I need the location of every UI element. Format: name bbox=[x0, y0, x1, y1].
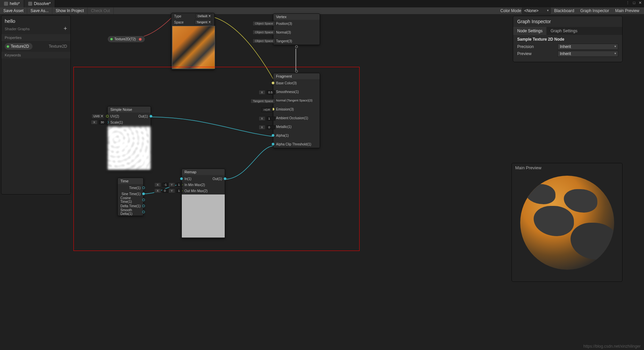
shader-icon bbox=[4, 2, 8, 6]
preview-dropdown[interactable]: Inherit bbox=[557, 51, 618, 57]
input-port[interactable] bbox=[106, 115, 109, 118]
check-out-button: Check Out bbox=[88, 7, 114, 14]
port-label: Smooth Delta(1) bbox=[120, 208, 141, 216]
port-label: In(1) bbox=[184, 177, 192, 181]
preview-sphere[interactable] bbox=[520, 176, 614, 270]
port-label: Time(1) bbox=[129, 186, 141, 190]
tab-graph-settings[interactable]: Graph Settings bbox=[546, 27, 581, 35]
port-label: UV(2) bbox=[110, 115, 119, 118]
save-asset-button[interactable]: Save Asset bbox=[0, 7, 27, 14]
exposed-dot-icon bbox=[7, 45, 9, 48]
port-label: Alpha Clip Threshold(1) bbox=[276, 142, 311, 146]
output-port[interactable] bbox=[142, 211, 145, 213]
watermark: https://blog.csdn.net/xinzhilinger bbox=[583, 344, 641, 349]
noise-preview bbox=[108, 127, 151, 170]
output-port[interactable] bbox=[142, 205, 145, 207]
main-preview-toggle[interactable]: Main Preview bbox=[612, 8, 642, 14]
port-label: Ambient Occlusion(1) bbox=[276, 116, 308, 120]
output-port[interactable] bbox=[142, 192, 145, 195]
preview-label: Preview bbox=[517, 51, 557, 56]
blackboard-toggle[interactable]: Blackboard bbox=[551, 8, 577, 14]
keywords-section: Keywords bbox=[1, 52, 70, 58]
field-label: Y bbox=[168, 182, 175, 187]
simple-noise-node[interactable]: Simple Noise UV(2)Out(1) UV0 Scale(1) X3… bbox=[107, 106, 151, 171]
graph-inspector-toggle[interactable]: Graph Inspector bbox=[578, 8, 612, 14]
texture-preview bbox=[172, 26, 215, 69]
node-label: Texture2D(T2) bbox=[114, 37, 136, 41]
precision-dropdown[interactable]: Inherit bbox=[557, 44, 618, 50]
show-in-project-button[interactable]: Show In Project bbox=[52, 7, 88, 14]
port-label: Base Color(3) bbox=[276, 81, 297, 85]
close-icon[interactable]: ✕ bbox=[638, 1, 643, 5]
input-port[interactable] bbox=[272, 134, 274, 137]
port-label: Cosine Time(1) bbox=[120, 196, 141, 204]
field-label: X bbox=[91, 120, 98, 125]
tab-hello[interactable]: hello* bbox=[0, 0, 24, 7]
remap-preview bbox=[182, 194, 225, 237]
node-header: Fragment bbox=[273, 73, 320, 79]
graph-canvas[interactable]: hello Shader Graphs+ Properties Texture2… bbox=[0, 14, 644, 350]
value-field[interactable]: 1 bbox=[176, 189, 182, 193]
color-mode-dropdown[interactable]: <None> bbox=[522, 8, 551, 14]
selected-node-title: Sample Texture 2D Node bbox=[517, 37, 618, 42]
input-port[interactable] bbox=[272, 143, 274, 145]
port-label: Normal (Tangent Space)(3) bbox=[276, 99, 313, 102]
vertex-master-node[interactable]: Vertex Position(3) Object Space Normal(3… bbox=[273, 13, 320, 45]
property-node-texture2d[interactable]: Texture2D(T2) bbox=[107, 36, 145, 43]
remap-node[interactable]: Remap In(1)Out(1) In Min Max(2) X-1Y1 Ou… bbox=[181, 169, 225, 238]
port-label: Alpha(1) bbox=[276, 134, 289, 137]
inspector-title: Graph Inspector bbox=[513, 16, 622, 27]
output-port[interactable] bbox=[224, 177, 226, 180]
node-header: Vertex bbox=[273, 14, 320, 20]
space-tag: Object Space bbox=[253, 39, 275, 43]
property-pill-texture2d[interactable]: Texture2D bbox=[5, 43, 33, 50]
tab-label: hello* bbox=[10, 1, 20, 6]
value-field[interactable]: 0 bbox=[162, 189, 168, 193]
main-preview-title: Main Preview bbox=[512, 163, 622, 172]
output-port[interactable] bbox=[142, 199, 145, 201]
port-label: Normal(3) bbox=[276, 31, 291, 34]
main-preview-panel[interactable]: Main Preview bbox=[512, 163, 623, 282]
space-dropdown[interactable]: Tangent bbox=[195, 20, 212, 25]
output-port[interactable] bbox=[139, 38, 142, 41]
space-tag: Tangent Space bbox=[251, 99, 275, 103]
properties-section: Properties bbox=[1, 34, 70, 41]
value-field[interactable]: 0.5 bbox=[267, 90, 275, 94]
sample-texture-node[interactable]: TypeDefault SpaceTangent bbox=[171, 13, 215, 70]
flow-port[interactable] bbox=[295, 45, 298, 48]
port-label: Smoothness(1) bbox=[276, 90, 299, 94]
space-label: Space bbox=[174, 20, 183, 24]
value-field[interactable]: 30 bbox=[99, 120, 108, 124]
fragment-master-node[interactable]: Fragment Base Color(3) Smoothness(1) X0.… bbox=[273, 73, 320, 148]
output-port[interactable] bbox=[150, 115, 152, 118]
tab-node-settings[interactable]: Node Settings bbox=[513, 27, 546, 35]
add-property-button[interactable]: + bbox=[63, 25, 67, 32]
menu-icon[interactable]: ⋮ bbox=[625, 1, 631, 5]
graph-inspector-panel[interactable]: Graph Inspector Node Settings Graph Sett… bbox=[513, 16, 623, 62]
output-port[interactable] bbox=[142, 186, 145, 189]
save-as-button[interactable]: Save As... bbox=[27, 7, 52, 14]
port-label: In Min Max(2) bbox=[184, 183, 205, 187]
value-field[interactable]: -1 bbox=[162, 183, 168, 187]
value-field[interactable]: 1 bbox=[176, 183, 182, 187]
maximize-icon[interactable]: □ bbox=[632, 1, 636, 5]
pill-label: Texture2D bbox=[11, 44, 29, 49]
input-port[interactable] bbox=[272, 82, 274, 84]
value-field[interactable]: 1 bbox=[267, 117, 275, 121]
node-header: Remap bbox=[182, 169, 225, 175]
type-dropdown[interactable]: Default bbox=[196, 14, 212, 18]
flow-port[interactable] bbox=[295, 70, 298, 73]
uv-dropdown[interactable]: UV0 bbox=[92, 114, 104, 119]
field-label: X bbox=[259, 116, 265, 121]
port-label: Sine Time(1) bbox=[121, 192, 141, 196]
input-port[interactable] bbox=[180, 177, 183, 180]
tab-dissolve[interactable]: Dissolve* bbox=[24, 0, 55, 7]
port-label: Scale(1) bbox=[110, 121, 123, 124]
exposed-dot-icon bbox=[110, 38, 113, 40]
blackboard-subtitle: Shader Graphs bbox=[5, 27, 30, 31]
time-node[interactable]: Time Time(1) Sine Time(1) Cosine Time(1)… bbox=[117, 178, 144, 216]
blackboard-panel[interactable]: hello Shader Graphs+ Properties Texture2… bbox=[1, 15, 71, 194]
port-label: Out(1) bbox=[213, 177, 222, 181]
port-label: Out(1) bbox=[139, 115, 148, 118]
value-field[interactable]: 0 bbox=[267, 125, 275, 129]
